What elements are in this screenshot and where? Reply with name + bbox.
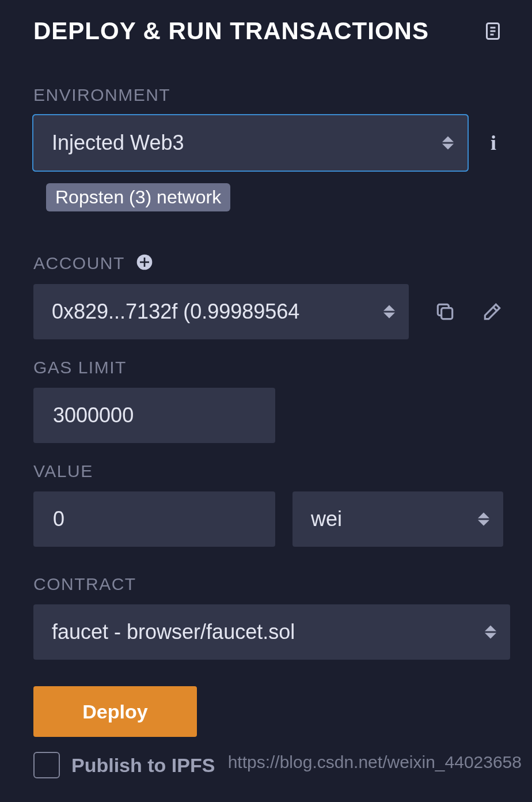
chevron-updown-icon [478,513,489,526]
deploy-button-label: Deploy [82,701,147,723]
document-icon[interactable] [482,21,503,41]
account-selected-value: 0x829...7132f (0.99989564 [52,300,299,324]
environment-selected-value: Injected Web3 [52,131,184,155]
chevron-updown-icon [442,137,454,150]
gas-limit-input[interactable] [33,388,275,443]
contract-label: CONTRACT [33,574,503,594]
value-label: VALUE [33,461,503,481]
info-icon[interactable]: i [491,131,496,155]
gas-limit-label: GAS LIMIT [33,358,503,377]
edit-icon[interactable] [481,301,503,323]
environment-select[interactable]: Injected Web3 [33,115,468,171]
value-unit-selected: wei [311,507,342,531]
value-field[interactable] [52,506,257,532]
publish-ipfs-checkbox[interactable] [33,752,60,778]
copy-icon[interactable] [434,301,456,323]
chevron-updown-icon [485,626,496,639]
value-unit-select[interactable]: wei [292,491,503,547]
panel-title: DEPLOY & RUN TRANSACTIONS [33,17,429,45]
value-input[interactable] [33,491,275,547]
plus-circle-icon[interactable] [135,253,154,274]
publish-ipfs-label: Publish to IPFS [71,754,215,777]
contract-select[interactable]: faucet - browser/faucet.sol [33,604,510,660]
account-label: ACCOUNT [33,254,125,273]
environment-label: ENVIRONMENT [33,85,503,105]
account-select[interactable]: 0x829...7132f (0.99989564 [33,284,409,339]
svg-rect-6 [140,262,149,263]
deploy-button[interactable]: Deploy [33,686,197,737]
network-badge: Ropsten (3) network [46,183,230,211]
contract-selected-value: faucet - browser/faucet.sol [52,620,295,644]
svg-rect-7 [442,308,453,319]
chevron-updown-icon [383,305,395,319]
gas-limit-field[interactable] [52,403,257,428]
